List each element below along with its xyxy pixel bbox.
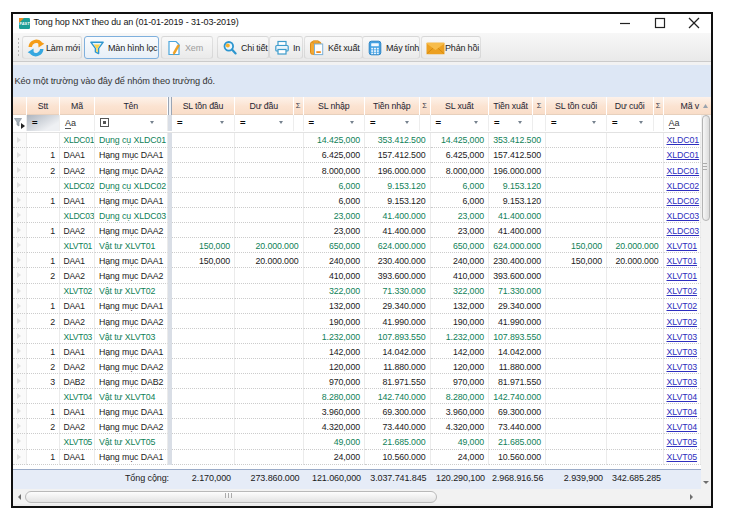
svg-text:FAST: FAST [20, 21, 30, 26]
